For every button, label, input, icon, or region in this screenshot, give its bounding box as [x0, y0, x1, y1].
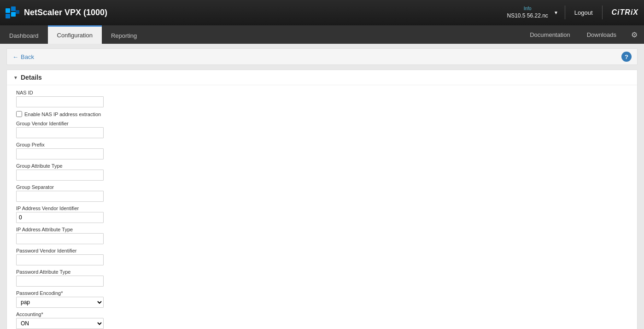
nas-id-label: NAS ID [16, 90, 628, 95]
password-attribute-group: Password Attribute Type [16, 269, 628, 287]
enable-nas-group: Enable NAS IP address extraction [16, 111, 628, 117]
form-body: NAS ID Enable NAS IP address extraction … [7, 85, 637, 329]
group-vendor-input[interactable] [16, 127, 104, 138]
nav-right: Documentation Downloads ⚙ [521, 25, 644, 44]
enable-nas-label: Enable NAS IP address extraction [24, 112, 101, 117]
password-attribute-label: Password Attribute Type [16, 269, 628, 275]
group-vendor-group: Group Vendor Identifier [16, 121, 628, 138]
logout-button[interactable]: Logout [570, 7, 597, 18]
group-prefix-label: Group Prefix [16, 142, 628, 147]
form-panel: ▼ Details NAS ID Enable NAS IP address e… [6, 70, 638, 329]
header: NetScaler VPX (1000) Info NS10.5 56.22.n… [0, 0, 644, 25]
server-info: Info NS10.5 56.22.nc [507, 6, 548, 20]
server-dropdown-button[interactable]: ▼ [552, 9, 560, 16]
tab-configuration[interactable]: Configuration [48, 25, 102, 44]
accounting-select[interactable]: ON OFF [16, 318, 104, 329]
password-encoding-group: Password Encoding* pap chap mschapv1 msc… [16, 290, 628, 308]
back-bar: ← Back ? [6, 48, 638, 65]
password-vendor-label: Password Vendor Identifier [16, 248, 628, 253]
password-encoding-select[interactable]: pap chap mschapv1 mschapv2 [16, 297, 104, 308]
accounting-group: Accounting* ON OFF [16, 311, 628, 329]
password-vendor-input[interactable] [16, 254, 104, 265]
password-vendor-group: Password Vendor Identifier [16, 248, 628, 265]
ip-vendor-group: IP Address Vendor Identifier [16, 206, 628, 223]
svg-rect-3 [11, 12, 16, 17]
group-separator-group: Group Separator [16, 184, 628, 202]
documentation-link[interactable]: Documentation [521, 25, 578, 44]
section-title: Details [21, 74, 42, 81]
ip-vendor-input[interactable] [16, 212, 104, 223]
header-right: Info NS10.5 56.22.nc ▼ Logout CiTRiX [507, 6, 638, 20]
downloads-link[interactable]: Downloads [579, 25, 625, 44]
svg-rect-2 [6, 14, 10, 18]
group-attribute-input[interactable] [16, 170, 104, 181]
group-separator-label: Group Separator [16, 184, 628, 190]
tab-dashboard[interactable]: Dashboard [0, 27, 48, 44]
enable-nas-checkbox[interactable] [16, 111, 22, 117]
group-attribute-group: Group Attribute Type [16, 163, 628, 181]
app-title: NetScaler VPX (1000) [24, 8, 107, 18]
group-separator-input[interactable] [16, 191, 104, 202]
section-header: ▼ Details [7, 70, 637, 85]
netscaler-icon [6, 6, 20, 19]
settings-button[interactable]: ⚙ [625, 25, 644, 44]
header-divider [565, 6, 565, 19]
ip-attribute-input[interactable] [16, 233, 104, 244]
group-vendor-label: Group Vendor Identifier [16, 121, 628, 126]
nas-id-input[interactable] [16, 96, 104, 107]
help-button[interactable]: ? [621, 52, 632, 62]
ip-attribute-label: IP Address Attribute Type [16, 227, 628, 232]
tab-reporting[interactable]: Reporting [102, 27, 146, 44]
back-arrow-icon: ← [12, 53, 18, 60]
group-prefix-group: Group Prefix [16, 142, 628, 159]
app-logo: NetScaler VPX (1000) [6, 6, 107, 19]
citrix-logo: CiTRiX [612, 8, 638, 17]
svg-rect-4 [16, 10, 19, 14]
nav-bar: Dashboard Configuration Reporting Docume… [0, 25, 644, 44]
svg-rect-1 [11, 6, 16, 11]
collapse-icon: ▼ [13, 75, 18, 80]
group-prefix-input[interactable] [16, 148, 104, 159]
password-encoding-label: Password Encoding* [16, 290, 628, 296]
server-name: NS10.5 56.22.nc [507, 12, 548, 20]
nas-id-group: NAS ID [16, 90, 628, 107]
password-attribute-input[interactable] [16, 276, 104, 287]
group-attribute-label: Group Attribute Type [16, 163, 628, 169]
back-label: Back [21, 53, 34, 60]
info-label: Info [507, 6, 548, 12]
back-button[interactable]: ← Back [12, 53, 34, 60]
ip-vendor-label: IP Address Vendor Identifier [16, 206, 628, 211]
content-area: ← Back ? ▼ Details NAS ID Enable NAS IP … [0, 44, 644, 329]
svg-rect-0 [6, 8, 10, 13]
accounting-label: Accounting* [16, 311, 628, 317]
ip-attribute-group: IP Address Attribute Type [16, 227, 628, 244]
header-divider-2 [602, 6, 603, 19]
